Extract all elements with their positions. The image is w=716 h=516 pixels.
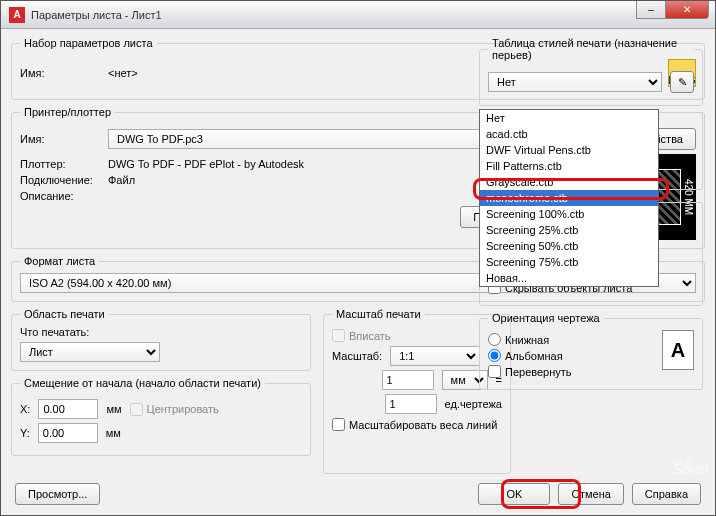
app-icon: A (9, 7, 25, 23)
plotstyle-option[interactable]: Screening 75%.ctb (480, 254, 658, 270)
center-label: Центрировать (147, 403, 219, 415)
printer-legend: Принтер/плоттер (20, 106, 115, 118)
plotstyle-edit-button[interactable]: ✎ (670, 71, 694, 93)
plotter-value: DWG To PDF - PDF ePlot - by Autodesk (108, 158, 304, 170)
plotstyle-option[interactable]: Screening 50%.ctb (480, 238, 658, 254)
plot-area-legend: Область печати (20, 308, 109, 320)
ok-button[interactable]: OK (478, 483, 550, 505)
offset-y-label: Y: (20, 427, 30, 439)
offset-x-label: X: (20, 403, 30, 415)
orientation-group: Ориентация чертежа Книжная Альбомная Пер… (479, 312, 703, 390)
plot-what-select[interactable]: Лист (20, 342, 160, 362)
pageset-name-label: Имя: (20, 67, 100, 79)
fit-checkbox (332, 329, 345, 342)
plotstyle-option[interactable]: DWF Virtual Pens.ctb (480, 142, 658, 158)
preview-button[interactable]: Просмотр... (15, 483, 100, 505)
plotstyle-group: Таблица стилей печати (назначение перьев… (479, 37, 703, 106)
pageset-name-value: <нет> (108, 67, 138, 79)
scale-select[interactable]: 1:1 (390, 346, 480, 366)
plot-what-label: Что печатать: (20, 326, 302, 338)
landscape-label: Альбомная (505, 350, 563, 362)
pageset-legend: Набор параметров листа (20, 37, 157, 49)
plot-area-group: Область печати Что печатать: Лист (11, 308, 311, 371)
plotstyle-dropdown-list[interactable]: Нетacad.ctbDWF Virtual Pens.ctbFill Patt… (479, 109, 659, 287)
plotstyle-option[interactable]: Fill Patterns.ctb (480, 158, 658, 174)
scale-num-input[interactable] (382, 370, 434, 390)
cancel-button[interactable]: Отмена (558, 483, 623, 505)
close-button[interactable]: ✕ (665, 1, 709, 19)
printer-name-label: Имя: (20, 133, 100, 145)
plotstyle-option[interactable]: monochrome.ctb (480, 190, 658, 206)
scale-legend: Масштаб печати (332, 308, 425, 320)
connection-value: Файл (108, 174, 135, 186)
orientation-icon: A (662, 330, 694, 370)
titlebar: A Параметры листа - Лист1 – ✕ (1, 1, 715, 29)
plotstyle-option[interactable]: Screening 100%.ctb (480, 206, 658, 222)
watermark: clubSovet (673, 455, 709, 477)
plotter-label: Плоттер: (20, 158, 100, 170)
offset-group: Смещение от начала (начало области печат… (11, 377, 311, 456)
scale-label: Масштаб: (332, 350, 382, 362)
description-label: Описание: (20, 190, 100, 202)
flip-label: Перевернуть (505, 366, 572, 378)
window-title: Параметры листа - Лист1 (31, 9, 162, 21)
center-checkbox (130, 403, 143, 416)
paper-legend: Формат листа (20, 255, 99, 267)
scale-lw-label: Масштабировать веса линий (349, 419, 497, 431)
flip-checkbox[interactable] (488, 365, 501, 378)
landscape-radio[interactable] (488, 349, 501, 362)
orientation-legend: Ориентация чертежа (488, 312, 604, 324)
offset-x-unit: мм (106, 403, 121, 415)
plotstyle-option[interactable]: acad.ctb (480, 126, 658, 142)
portrait-label: Книжная (505, 334, 549, 346)
offset-y-unit: мм (106, 427, 121, 439)
minimize-button[interactable]: – (636, 1, 666, 19)
help-button[interactable]: Справка (632, 483, 701, 505)
plotstyle-legend: Таблица стилей печати (назначение перьев… (488, 37, 694, 61)
plotstyle-option[interactable]: Screening 25%.ctb (480, 222, 658, 238)
plotstyle-option[interactable]: Grayscale.ctb (480, 174, 658, 190)
fit-label: Вписать (349, 330, 391, 342)
plotstyle-select[interactable]: Нет (488, 72, 662, 92)
scale-den-input[interactable] (385, 394, 437, 414)
plotstyle-option[interactable]: Нет (480, 110, 658, 126)
offset-x-input[interactable] (38, 399, 98, 419)
scale-lw-checkbox[interactable] (332, 418, 345, 431)
offset-legend: Смещение от начала (начало области печат… (20, 377, 265, 389)
portrait-radio[interactable] (488, 333, 501, 346)
connection-label: Подключение: (20, 174, 100, 186)
plotstyle-option[interactable]: Новая... (480, 270, 658, 286)
offset-y-input[interactable] (38, 423, 98, 443)
drawunit-label: ед.чертежа (445, 398, 502, 410)
